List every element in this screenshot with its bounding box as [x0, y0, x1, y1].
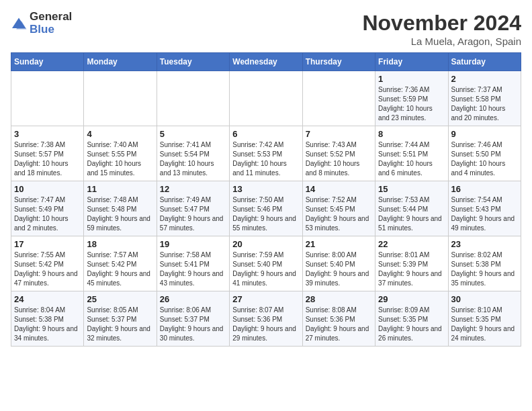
- weekday-header: Wednesday: [230, 53, 302, 71]
- calendar-cell: 6Sunrise: 7:42 AM Sunset: 5:53 PM Daylig…: [230, 126, 302, 181]
- logo: General Blue: [11, 11, 72, 36]
- day-number: 13: [232, 184, 299, 194]
- calendar-cell: 11Sunrise: 7:48 AM Sunset: 5:48 PM Dayli…: [84, 181, 157, 236]
- calendar-cell: 12Sunrise: 7:49 AM Sunset: 5:47 PM Dayli…: [157, 181, 229, 236]
- day-info: Sunrise: 7:47 AM Sunset: 5:49 PM Dayligh…: [14, 195, 81, 233]
- calendar-cell: 25Sunrise: 8:05 AM Sunset: 5:37 PM Dayli…: [84, 291, 157, 347]
- calendar-cell: 24Sunrise: 8:04 AM Sunset: 5:38 PM Dayli…: [11, 291, 84, 347]
- calendar-cell: 2Sunrise: 7:37 AM Sunset: 5:58 PM Daylig…: [448, 71, 521, 126]
- calendar-cell: 17Sunrise: 7:55 AM Sunset: 5:42 PM Dayli…: [11, 236, 84, 291]
- calendar-cell: 26Sunrise: 8:06 AM Sunset: 5:37 PM Dayli…: [157, 291, 229, 347]
- header: General Blue November 2024 La Muela, Ara…: [11, 11, 521, 47]
- day-info: Sunrise: 7:46 AM Sunset: 5:50 PM Dayligh…: [451, 140, 518, 178]
- day-info: Sunrise: 8:04 AM Sunset: 5:38 PM Dayligh…: [14, 306, 81, 343]
- day-number: 26: [160, 294, 226, 304]
- calendar-cell: 10Sunrise: 7:47 AM Sunset: 5:49 PM Dayli…: [11, 181, 84, 236]
- day-number: 11: [87, 184, 153, 194]
- day-number: 14: [306, 184, 372, 194]
- day-number: 18: [87, 239, 153, 249]
- weekday-header: Thursday: [302, 53, 375, 71]
- day-number: 24: [14, 294, 81, 304]
- day-info: Sunrise: 7:54 AM Sunset: 5:43 PM Dayligh…: [451, 195, 518, 233]
- day-number: 19: [160, 239, 226, 249]
- day-number: 3: [14, 129, 81, 139]
- calendar-week-row: 24Sunrise: 8:04 AM Sunset: 5:38 PM Dayli…: [11, 291, 521, 347]
- weekday-header: Tuesday: [157, 53, 229, 71]
- weekday-header: Friday: [375, 53, 448, 71]
- day-info: Sunrise: 7:37 AM Sunset: 5:58 PM Dayligh…: [451, 85, 518, 123]
- day-number: 6: [232, 129, 299, 139]
- calendar-cell: 28Sunrise: 8:08 AM Sunset: 5:36 PM Dayli…: [302, 291, 375, 347]
- calendar-cell: 14Sunrise: 7:52 AM Sunset: 5:45 PM Dayli…: [302, 181, 375, 236]
- calendar-week-row: 3Sunrise: 7:38 AM Sunset: 5:57 PM Daylig…: [11, 126, 521, 181]
- logo-icon: [11, 17, 27, 30]
- calendar-subtitle: La Muela, Aragon, Spain: [362, 36, 521, 47]
- calendar-title: November 2024: [362, 11, 521, 36]
- calendar-cell: 8Sunrise: 7:44 AM Sunset: 5:51 PM Daylig…: [375, 126, 448, 181]
- day-info: Sunrise: 7:50 AM Sunset: 5:46 PM Dayligh…: [232, 195, 299, 233]
- calendar-cell: [302, 71, 375, 126]
- day-number: 16: [451, 184, 518, 194]
- calendar-cell: 20Sunrise: 7:59 AM Sunset: 5:40 PM Dayli…: [230, 236, 302, 291]
- day-number: 1: [378, 74, 445, 84]
- weekday-header: Sunday: [11, 53, 84, 71]
- day-info: Sunrise: 7:59 AM Sunset: 5:40 PM Dayligh…: [232, 250, 299, 288]
- day-info: Sunrise: 8:07 AM Sunset: 5:36 PM Dayligh…: [232, 306, 299, 343]
- calendar-cell: [84, 71, 157, 126]
- day-number: 27: [232, 294, 299, 304]
- day-info: Sunrise: 7:43 AM Sunset: 5:52 PM Dayligh…: [306, 140, 372, 178]
- day-info: Sunrise: 8:08 AM Sunset: 5:36 PM Dayligh…: [306, 306, 372, 343]
- calendar-cell: 3Sunrise: 7:38 AM Sunset: 5:57 PM Daylig…: [11, 126, 84, 181]
- weekday-header: Monday: [84, 53, 157, 71]
- calendar-cell: 5Sunrise: 7:41 AM Sunset: 5:54 PM Daylig…: [157, 126, 229, 181]
- calendar-cell: 29Sunrise: 8:09 AM Sunset: 5:35 PM Dayli…: [375, 291, 448, 347]
- calendar-cell: [11, 71, 84, 126]
- calendar-cell: 16Sunrise: 7:54 AM Sunset: 5:43 PM Dayli…: [448, 181, 521, 236]
- calendar-cell: 23Sunrise: 8:02 AM Sunset: 5:38 PM Dayli…: [448, 236, 521, 291]
- day-number: 8: [378, 129, 445, 139]
- calendar-week-row: 17Sunrise: 7:55 AM Sunset: 5:42 PM Dayli…: [11, 236, 521, 291]
- day-info: Sunrise: 7:49 AM Sunset: 5:47 PM Dayligh…: [160, 195, 226, 233]
- calendar-cell: [157, 71, 229, 126]
- day-info: Sunrise: 8:01 AM Sunset: 5:39 PM Dayligh…: [378, 250, 445, 288]
- day-number: 21: [306, 239, 372, 249]
- day-number: 5: [160, 129, 226, 139]
- calendar-cell: 30Sunrise: 8:10 AM Sunset: 5:35 PM Dayli…: [448, 291, 521, 347]
- day-number: 2: [451, 74, 518, 84]
- day-number: 12: [160, 184, 226, 194]
- calendar-cell: 4Sunrise: 7:40 AM Sunset: 5:55 PM Daylig…: [84, 126, 157, 181]
- day-info: Sunrise: 7:57 AM Sunset: 5:42 PM Dayligh…: [87, 250, 153, 288]
- calendar-cell: 18Sunrise: 7:57 AM Sunset: 5:42 PM Dayli…: [84, 236, 157, 291]
- calendar-week-row: 10Sunrise: 7:47 AM Sunset: 5:49 PM Dayli…: [11, 181, 521, 236]
- day-number: 17: [14, 239, 81, 249]
- calendar-cell: 22Sunrise: 8:01 AM Sunset: 5:39 PM Dayli…: [375, 236, 448, 291]
- calendar-cell: 21Sunrise: 8:00 AM Sunset: 5:40 PM Dayli…: [302, 236, 375, 291]
- calendar-cell: [230, 71, 302, 126]
- day-number: 29: [378, 294, 445, 304]
- day-number: 7: [306, 129, 372, 139]
- day-info: Sunrise: 8:00 AM Sunset: 5:40 PM Dayligh…: [306, 250, 372, 288]
- day-number: 4: [87, 129, 153, 139]
- logo-line2: Blue: [30, 24, 72, 36]
- day-info: Sunrise: 7:52 AM Sunset: 5:45 PM Dayligh…: [306, 195, 372, 233]
- calendar-cell: 19Sunrise: 7:58 AM Sunset: 5:41 PM Dayli…: [157, 236, 229, 291]
- day-info: Sunrise: 8:06 AM Sunset: 5:37 PM Dayligh…: [160, 306, 226, 343]
- day-info: Sunrise: 8:10 AM Sunset: 5:35 PM Dayligh…: [451, 306, 518, 343]
- weekday-header: Saturday: [448, 53, 521, 71]
- day-info: Sunrise: 7:38 AM Sunset: 5:57 PM Dayligh…: [14, 140, 81, 178]
- title-area: November 2024 La Muela, Aragon, Spain: [362, 11, 521, 47]
- calendar-cell: 27Sunrise: 8:07 AM Sunset: 5:36 PM Dayli…: [230, 291, 302, 347]
- day-number: 25: [87, 294, 153, 304]
- day-info: Sunrise: 7:41 AM Sunset: 5:54 PM Dayligh…: [160, 140, 226, 178]
- day-info: Sunrise: 8:09 AM Sunset: 5:35 PM Dayligh…: [378, 306, 445, 343]
- calendar-cell: 13Sunrise: 7:50 AM Sunset: 5:46 PM Dayli…: [230, 181, 302, 236]
- calendar-cell: 15Sunrise: 7:53 AM Sunset: 5:44 PM Dayli…: [375, 181, 448, 236]
- day-number: 15: [378, 184, 445, 194]
- day-info: Sunrise: 7:48 AM Sunset: 5:48 PM Dayligh…: [87, 195, 153, 233]
- day-number: 9: [451, 129, 518, 139]
- weekday-header-row: SundayMondayTuesdayWednesdayThursdayFrid…: [11, 53, 521, 71]
- day-info: Sunrise: 7:42 AM Sunset: 5:53 PM Dayligh…: [232, 140, 299, 178]
- day-info: Sunrise: 7:55 AM Sunset: 5:42 PM Dayligh…: [14, 250, 81, 288]
- day-number: 30: [451, 294, 518, 304]
- day-number: 20: [232, 239, 299, 249]
